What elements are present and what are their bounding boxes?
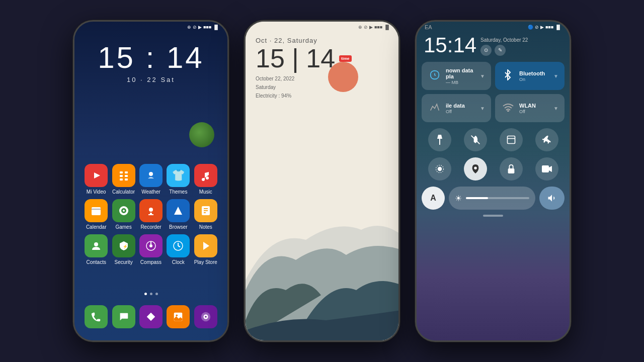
clock-time: 15 : 14 [74, 43, 227, 73]
app-recorder[interactable]: Recorder [138, 199, 164, 230]
app-themes[interactable]: 👕 Themes [165, 164, 191, 195]
cc-tile-wlan[interactable]: WLAN Off ▼ [495, 94, 565, 122]
dot-1 [144, 293, 147, 295]
app-label-music: Music [199, 189, 212, 195]
dock [83, 305, 219, 330]
app-icon-contacts [85, 234, 108, 257]
app-clock[interactable]: Clock [165, 234, 191, 265]
cc-wlan-expand: ▼ [553, 106, 558, 111]
cc-date-text: Saturday, October 22 [480, 37, 528, 43]
app-icon-compass [139, 234, 163, 257]
dock-pay[interactable] [138, 305, 164, 330]
cc-header-actions: ⊙ ✎ [480, 45, 528, 56]
app-browser[interactable]: Browser [165, 199, 191, 230]
svg-rect-41 [507, 136, 515, 144]
cc-tile-bluetooth[interactable]: Bluetooth On ▼ [495, 62, 565, 90]
cc-data-expand: ▼ [480, 73, 485, 79]
dock-phone[interactable] [83, 305, 109, 330]
cc-tile-mobiledata[interactable]: ile data Off ▼ [422, 94, 491, 122]
cc-data-title: nown data pla [446, 67, 476, 79]
status-icons-3: 🔵 ⊘ ▶ ■■■ ▐▌ [528, 25, 561, 30]
cc-theme-btn[interactable] [428, 157, 451, 180]
cc-airplane-btn[interactable] [535, 128, 558, 151]
app-label-games: Games [115, 224, 131, 230]
cc-tile-data[interactable]: nown data pla — MB ▼ [422, 62, 491, 90]
app-icon-mivideo [85, 164, 108, 187]
cc-font-btn[interactable]: A [422, 187, 445, 210]
dock-camera[interactable] [193, 305, 219, 330]
app-games[interactable]: Games [111, 199, 137, 230]
signal-icon: ▶ [198, 25, 202, 30]
mountain-scene [246, 129, 398, 340]
app-mivideo[interactable]: Mi Video [83, 164, 109, 195]
cc-wlan-title: WLAN [519, 103, 549, 109]
dock-gallery[interactable] [165, 305, 191, 330]
app-contacts[interactable]: Contacts [83, 234, 109, 265]
svg-marker-0 [94, 172, 100, 178]
app-label-browser: Browser [169, 224, 188, 230]
cc-volume-control[interactable] [539, 187, 565, 210]
cc-bt-text: Bluetooth On [519, 70, 549, 82]
cc-time-section: 15:14 Saturday, October 22 ⊙ ✎ [417, 33, 570, 58]
app-calendar[interactable]: Calendar [83, 199, 109, 230]
cc-mdata-title: ile data [446, 103, 476, 109]
app-label-mivideo: Mi Video [87, 189, 106, 195]
app-label-calculator: Calculator [112, 189, 135, 195]
cc-location-btn[interactable] [464, 157, 487, 180]
app-music[interactable]: Music [193, 164, 219, 195]
wp-info-line3: Electricity : 94% [256, 92, 388, 100]
dock-phone-icon [85, 305, 108, 328]
app-security[interactable]: ⚡ Security [111, 234, 137, 265]
svg-marker-33 [147, 313, 155, 321]
cc-mdata-expand: ▼ [480, 106, 485, 111]
cc-wlan-text: WLAN Off [519, 103, 549, 114]
cc-clock: 15:14 [424, 35, 476, 56]
svg-point-7 [149, 172, 153, 176]
cc-bt-sub: On [519, 77, 549, 82]
wp-info-line1: October 22, 2022 [256, 74, 388, 83]
cc-brightness-control[interactable]: ☀ [449, 187, 535, 210]
battery-2: ▐▌ [384, 25, 390, 30]
cc-drag-handle[interactable] [417, 215, 570, 217]
app-label-clock: Clock [172, 259, 185, 265]
app-row-1: Mi Video Calculator Weather 👕 [83, 164, 219, 195]
app-compass[interactable]: Compass [138, 234, 164, 265]
cc-location-icon[interactable]: ⊙ [480, 45, 492, 56]
app-label-contacts: Contacts [86, 259, 106, 265]
cc-video-btn[interactable] [535, 157, 558, 180]
ea-label: EA [425, 24, 432, 30]
dock-messages[interactable] [111, 305, 137, 330]
svg-point-38 [205, 316, 207, 318]
app-calculator[interactable]: Calculator [111, 164, 137, 195]
app-label-notes: Notes [199, 224, 212, 230]
app-label-compass: Compass [140, 259, 162, 265]
app-icon-recorder [139, 199, 163, 222]
svg-rect-46 [508, 168, 514, 173]
svg-point-23 [94, 242, 98, 246]
status-bar-3: EA 🔵 ⊘ ▶ ■■■ ▐▌ [417, 22, 570, 33]
page-dots [74, 293, 227, 295]
cc-brightness-bar [466, 197, 529, 199]
cc-bt-title: Bluetooth [519, 70, 549, 76]
svg-marker-32 [203, 242, 209, 250]
svg-rect-11 [94, 211, 95, 212]
cc-edit-icon[interactable]: ✎ [495, 45, 506, 56]
wifi-icon-2: ⊘ [364, 25, 368, 30]
svg-marker-48 [549, 166, 552, 172]
cc-screen-btn[interactable] [500, 128, 523, 151]
app-playstore[interactable]: Play Store [193, 234, 219, 265]
battery-icon: ▐▌ [213, 25, 219, 30]
wp-time-badge: time [339, 55, 351, 62]
cc-sun-icon: ☀ [455, 194, 462, 203]
svg-rect-1 [120, 171, 123, 173]
status-icons-2: ⊕ ⊘ ▶ ■■■ ▐▌ [358, 25, 390, 30]
app-icon-browser [167, 199, 190, 222]
cc-lock-btn[interactable] [500, 157, 523, 180]
app-weather[interactable]: Weather [138, 164, 164, 195]
sun-decoration [328, 62, 358, 92]
cc-mute-btn[interactable] [464, 128, 487, 151]
cc-mdata-sub: Off [446, 109, 476, 114]
cc-flashlight-btn[interactable] [428, 128, 451, 151]
app-icon-calculator [112, 164, 135, 187]
app-notes[interactable]: Notes [193, 199, 219, 230]
